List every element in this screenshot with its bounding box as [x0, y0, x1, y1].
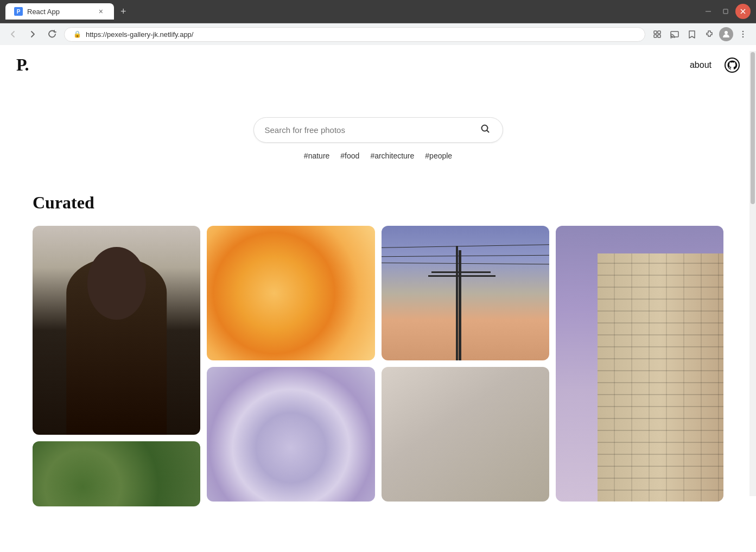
minimize-button[interactable] — [701, 4, 716, 19]
forward-button[interactable] — [25, 27, 40, 42]
about-link[interactable]: about — [690, 60, 711, 70]
site-header: P. about — [0, 45, 756, 85]
extensions-button[interactable] — [650, 27, 665, 42]
search-section: #nature #food #architecture #people — [0, 85, 756, 182]
photo-card-person[interactable] — [33, 226, 200, 435]
svg-rect-2 — [658, 31, 660, 34]
photo-card-building[interactable] — [556, 226, 723, 502]
photo-grid — [33, 226, 723, 506]
bookmark-button[interactable] — [684, 27, 700, 42]
toolbar-actions — [650, 27, 751, 42]
browser-titlebar: P React App × + — [0, 0, 756, 23]
photo-card-powerline[interactable] — [382, 226, 549, 360]
reload-button[interactable] — [45, 27, 60, 42]
search-button[interactable] — [479, 123, 492, 137]
curated-section: Curated — [0, 182, 756, 523]
scrollbar[interactable] — [749, 51, 756, 496]
tab-favicon: P — [14, 7, 23, 16]
close-button[interactable] — [735, 4, 751, 19]
scrollbar-thumb[interactable] — [751, 52, 755, 204]
tag-people[interactable]: #people — [425, 151, 452, 160]
svg-rect-0 — [723, 9, 728, 14]
svg-point-10 — [742, 36, 744, 38]
menu-button[interactable] — [735, 27, 751, 42]
cast-button[interactable] — [667, 27, 682, 42]
svg-point-6 — [670, 37, 671, 38]
curated-title: Curated — [33, 193, 723, 213]
svg-rect-1 — [654, 31, 657, 34]
tag-architecture[interactable]: #architecture — [370, 151, 414, 160]
profile-avatar[interactable] — [719, 27, 733, 41]
maximize-button[interactable] — [718, 4, 733, 19]
search-box — [253, 117, 503, 143]
photo-card-gray[interactable] — [382, 367, 549, 502]
address-text: https://pexels-gallery-jk.netlify.app/ — [86, 30, 193, 39]
search-tags: #nature #food #architecture #people — [304, 151, 452, 160]
github-icon[interactable] — [725, 58, 740, 73]
ssl-lock-icon: 🔒 — [73, 30, 81, 38]
browser-toolbar: 🔒 https://pexels-gallery-jk.netlify.app/ — [0, 23, 756, 45]
address-bar[interactable]: 🔒 https://pexels-gallery-jk.netlify.app/ — [64, 27, 645, 42]
page-content: P. about — [0, 45, 756, 523]
photo-card-leaves[interactable] — [33, 441, 200, 506]
tab-title: React App — [27, 8, 60, 16]
search-input[interactable] — [265, 125, 479, 135]
tab-bar: P React App × + — [5, 3, 131, 20]
browser-window: P React App × + — [0, 0, 756, 552]
puzzle-button[interactable] — [702, 27, 717, 42]
photo-card-flower[interactable] — [207, 226, 374, 360]
browser-chrome: P React App × + — [0, 0, 756, 45]
tag-food[interactable]: #food — [340, 151, 359, 160]
grid-col-2 — [207, 226, 374, 506]
svg-rect-4 — [658, 35, 660, 37]
svg-rect-3 — [654, 35, 657, 37]
active-tab[interactable]: P React App × — [5, 3, 114, 20]
grid-col-1 — [33, 226, 200, 506]
site-logo[interactable]: P. — [16, 55, 29, 75]
tab-close-button[interactable]: × — [97, 7, 105, 16]
site-nav: about — [690, 58, 740, 73]
grid-col-4 — [556, 226, 723, 506]
back-button[interactable] — [5, 27, 21, 42]
photo-card-hydrangea[interactable] — [207, 367, 374, 502]
svg-point-9 — [742, 34, 744, 35]
tag-nature[interactable]: #nature — [304, 151, 329, 160]
new-tab-button[interactable]: + — [116, 4, 131, 20]
svg-point-7 — [725, 31, 728, 34]
svg-point-8 — [742, 31, 744, 33]
window-controls — [701, 4, 751, 19]
grid-col-3 — [382, 226, 549, 506]
